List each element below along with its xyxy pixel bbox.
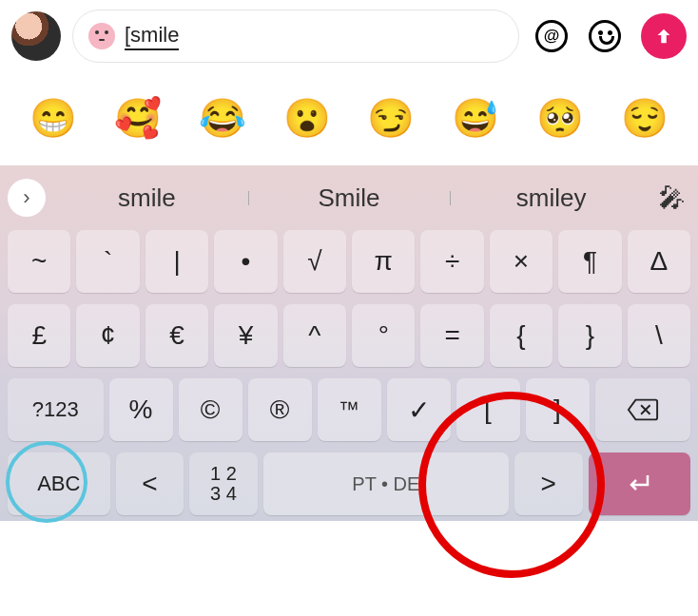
key-backtick[interactable]: ` (76, 230, 139, 293)
emoji-suggestion[interactable]: 😌 (621, 99, 669, 137)
key-copyright[interactable]: © (179, 378, 242, 441)
mention-button[interactable]: @ (531, 15, 572, 57)
emoji-suggestion[interactable]: 😁 (29, 99, 77, 137)
emoji-suggestion[interactable]: 😏 (367, 99, 415, 137)
expand-button[interactable]: › (8, 179, 46, 217)
suggestion[interactable]: smiley (450, 183, 652, 213)
key-equals[interactable]: = (420, 304, 483, 367)
key-row-2: £ ¢ € ¥ ^ ° = { } \ (0, 298, 698, 373)
suggestion[interactable]: smile (46, 183, 248, 213)
key-multiply[interactable]: × (490, 230, 553, 293)
key-bullet[interactable]: • (214, 230, 277, 293)
key-backslash[interactable]: \ (628, 304, 690, 367)
emoji-suggestion[interactable]: 😅 (452, 99, 499, 137)
key-lbracket[interactable]: [ (456, 378, 520, 441)
key-pound[interactable]: £ (8, 304, 70, 367)
key-lbrace[interactable]: { (490, 304, 553, 367)
key-yen[interactable]: ¥ (214, 304, 277, 367)
key-divide[interactable]: ÷ (420, 230, 483, 293)
key-lt[interactable]: < (116, 452, 184, 515)
keyboard: › smile Smile smiley 🎤︎ ~ ` | • √ π ÷ × … (0, 165, 698, 521)
key-tilde[interactable]: ~ (8, 230, 70, 293)
smile-emoji-icon (88, 23, 115, 49)
backspace-icon (627, 396, 659, 423)
key-pi[interactable]: π (352, 230, 415, 293)
key-backspace[interactable] (595, 378, 691, 441)
mic-icon: 🎤︎ (658, 183, 685, 214)
num-row-bottom: 3 4 (210, 484, 237, 504)
voice-input-button[interactable]: 🎤︎ (652, 183, 690, 214)
key-pilcrow[interactable]: ¶ (558, 230, 621, 293)
emoji-picker-button[interactable] (584, 15, 626, 57)
key-enter[interactable] (589, 452, 691, 515)
enter-icon (625, 470, 653, 498)
key-registered[interactable]: ® (248, 378, 312, 441)
key-rbrace[interactable]: } (558, 304, 621, 367)
key-pipe[interactable]: | (145, 230, 208, 293)
key-numbers[interactable]: 1 2 3 4 (189, 452, 258, 515)
key-trademark[interactable]: ™ (318, 378, 381, 441)
key-degree[interactable]: ° (352, 304, 415, 367)
key-row-3: ?123 % © ® ™ ✓ [ ] (0, 373, 698, 447)
key-euro[interactable]: € (145, 304, 208, 367)
key-gt[interactable]: > (514, 452, 583, 515)
input-text: [smile (125, 23, 179, 50)
key-switch-abc[interactable]: ABC (8, 452, 110, 515)
emoji-suggestion[interactable]: 😂 (199, 99, 246, 137)
avatar[interactable] (11, 11, 61, 61)
emoji-suggestion[interactable]: 😮 (283, 99, 331, 137)
key-sqrt[interactable]: √ (283, 230, 346, 293)
arrow-up-icon (653, 26, 674, 47)
face-icon (589, 20, 621, 52)
key-rbracket[interactable]: ] (526, 378, 590, 441)
send-button[interactable] (641, 13, 687, 59)
key-space[interactable]: PT • DE (263, 452, 509, 515)
at-icon: @ (535, 20, 568, 52)
key-caret[interactable]: ^ (283, 304, 346, 367)
key-row-1: ~ ` | • √ π ÷ × ¶ Δ (0, 224, 698, 298)
key-cent[interactable]: ¢ (76, 304, 139, 367)
chevron-right-icon: › (23, 185, 29, 210)
num-row-top: 1 2 (210, 464, 237, 484)
key-check[interactable]: ✓ (387, 378, 451, 441)
key-percent[interactable]: % (109, 378, 173, 441)
emoji-suggestion-row: 😁 🥰 😂 😮 😏 😅 🥺 😌 (0, 70, 698, 165)
emoji-suggestion[interactable]: 🥺 (536, 99, 584, 137)
key-switch-numeric[interactable]: ?123 (8, 378, 104, 441)
message-input[interactable]: [smile (72, 10, 519, 63)
key-delta[interactable]: Δ (628, 230, 690, 293)
suggestion[interactable]: Smile (248, 183, 451, 213)
emoji-suggestion[interactable]: 🥰 (114, 99, 162, 137)
key-row-4: ABC < 1 2 3 4 PT • DE > (0, 447, 698, 521)
